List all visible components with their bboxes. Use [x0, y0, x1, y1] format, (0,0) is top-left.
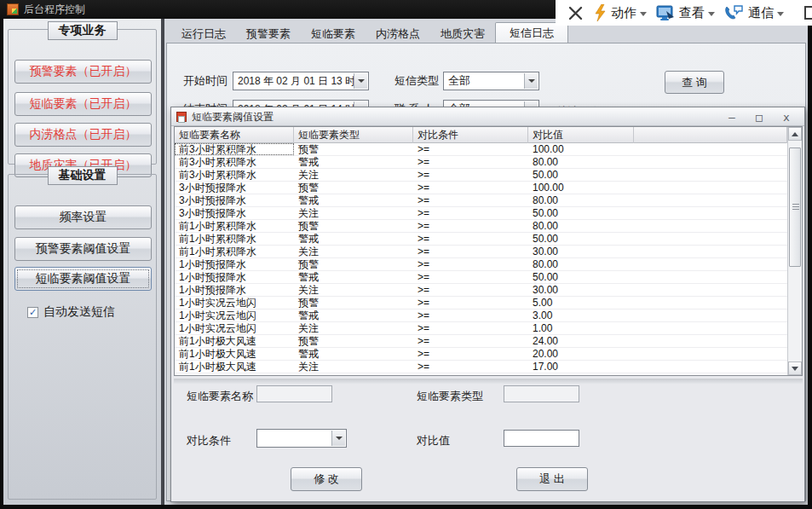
table-row[interactable]: 3小时预报降水预警>=100.00: [175, 182, 787, 194]
table-cell: >=: [413, 246, 528, 257]
table-cell: 警戒: [294, 271, 413, 283]
column-header-3[interactable]: 对比值: [528, 127, 634, 143]
cond-select[interactable]: [256, 429, 347, 448]
table-row[interactable]: 1小时实况云地闪预警>=5.00: [175, 297, 787, 309]
elem-name-input[interactable]: [256, 385, 332, 402]
table-cell: 1小时实况云地闪: [175, 309, 294, 321]
table-row[interactable]: 前3小时累积降水警戒>=80.00: [175, 156, 787, 169]
chevron-down-icon[interactable]: [354, 73, 367, 89]
threshold-table: 短临要素名称短临要素类型对比条件对比值 前3小时累积降水预警>=100.00前3…: [174, 126, 803, 376]
settings-button-2[interactable]: 短临要素阈值设置: [14, 267, 152, 291]
table-cell: 3小时预报降水: [175, 182, 294, 194]
tab-短临要素[interactable]: 短临要素: [301, 26, 366, 43]
query-button[interactable]: 查 询: [665, 71, 724, 94]
table-cell: 警戒: [294, 233, 413, 245]
table-cell: 30.00: [528, 284, 634, 296]
chevron-down-icon[interactable]: [524, 73, 538, 89]
table-row[interactable]: 1小时实况云地闪关注>=1.00: [175, 322, 787, 335]
table-cell: [634, 335, 787, 347]
maximize-button[interactable]: □: [750, 109, 769, 124]
tab-预警要素[interactable]: 预警要素: [236, 26, 301, 43]
table-row[interactable]: 前1小时极大风速警戒>=20.00: [175, 348, 787, 361]
dialog-titlebar[interactable]: 短临要素阈值设置 – □ x: [171, 107, 804, 126]
table-cell: [634, 220, 787, 232]
tab-地质灾害[interactable]: 地质灾害: [430, 26, 495, 43]
table-cell: 3小时预报降水: [175, 207, 294, 219]
chevron-down-icon: [640, 12, 647, 16]
table-cell: 前3小时累积降水: [175, 169, 294, 181]
elem-type-label: 短临要素类型: [417, 389, 483, 404]
start-time-picker[interactable]: 2018 年 02 月 01 日 13 时: [233, 72, 369, 90]
table-cell: >=: [413, 207, 528, 219]
table-cell: [634, 309, 787, 321]
view-menu[interactable]: 查看: [656, 4, 715, 21]
table-cell: >=: [413, 220, 528, 232]
table-row[interactable]: 1小时实况云地闪警戒>=3.00: [175, 309, 787, 322]
vertical-scrollbar[interactable]: [787, 127, 802, 375]
column-header-1[interactable]: 短临要素类型: [294, 127, 413, 143]
table-row[interactable]: 1小时预报降水警戒>=50.00: [175, 271, 787, 284]
table-cell: [634, 143, 787, 155]
auto-sms-checkbox[interactable]: ✓ 自动发送短信: [27, 304, 115, 320]
table-row[interactable]: 前1小时极大风速关注>=17.00: [175, 361, 787, 373]
sidebar-button-0[interactable]: 预警要素（已开启）: [14, 60, 152, 84]
table-cell: 50.00: [528, 233, 634, 245]
table-row[interactable]: 3小时预报降水关注>=50.00: [175, 207, 787, 220]
table-row[interactable]: 1小时预报降水预警>=80.00: [175, 258, 787, 271]
scroll-up-icon[interactable]: [788, 127, 802, 141]
phone-icon: [724, 4, 744, 21]
table-row[interactable]: 前1小时累积降水预警>=80.00: [175, 220, 787, 233]
start-time-value: 2018 年 02 月 01 日 13 时: [238, 75, 355, 87]
close-icon[interactable]: [566, 3, 585, 22]
table-cell: 80.00: [528, 194, 634, 206]
scrollbar-thumb[interactable]: [789, 147, 801, 267]
table-cell: >=: [413, 233, 528, 245]
table-row[interactable]: 前1小时累积降水警戒>=50.00: [175, 233, 787, 246]
table-cell: >=: [413, 284, 528, 296]
tab-运行日志[interactable]: 运行日志: [171, 26, 236, 43]
tab-内涝格点[interactable]: 内涝格点: [366, 26, 430, 43]
scroll-down-icon[interactable]: [788, 362, 802, 375]
table-row[interactable]: 前1小时极大风速预警>=24.00: [175, 335, 787, 348]
modify-button[interactable]: 修 改: [291, 467, 362, 491]
table-cell: >=: [413, 271, 528, 283]
column-header-0[interactable]: 短临要素名称: [175, 127, 294, 143]
cond-label: 对比条件: [187, 433, 231, 448]
column-header-4[interactable]: [634, 127, 787, 143]
table-cell: 5.00: [528, 297, 634, 309]
table-cell: 1小时实况云地闪: [175, 322, 294, 334]
value-input[interactable]: [504, 430, 579, 447]
table-cell: 预警: [294, 258, 413, 270]
table-cell: 前1小时累积降水: [175, 233, 294, 245]
comm-menu[interactable]: 通信: [724, 4, 784, 21]
table-cell: 关注: [294, 361, 413, 373]
table-row[interactable]: 前3小时累积降水关注>=50.00: [175, 169, 787, 182]
elem-type-input[interactable]: [504, 385, 579, 402]
settings-button-0[interactable]: 频率设置: [14, 205, 152, 229]
exit-button[interactable]: 退 出: [516, 467, 588, 491]
table-row[interactable]: 1小时预报降水关注>=30.00: [175, 284, 787, 297]
table-row[interactable]: 3小时预报降水警戒>=80.00: [175, 194, 787, 207]
table-cell: >=: [413, 182, 528, 194]
minimize-button[interactable]: –: [723, 109, 741, 124]
actions-menu[interactable]: 动作: [594, 4, 647, 21]
column-header-2[interactable]: 对比条件: [413, 127, 528, 143]
table-cell: [634, 233, 787, 245]
dialog-close-button[interactable]: x: [777, 109, 796, 124]
checkbox-check-icon: ✓: [27, 307, 38, 318]
clipped-toolbar-icon[interactable]: [804, 6, 812, 20]
chevron-down-icon[interactable]: [331, 431, 345, 446]
sms-type-select[interactable]: 全部: [443, 72, 539, 90]
sms-type-label: 短信类型: [394, 72, 439, 90]
dialog-icon: [176, 112, 187, 122]
table-cell: 80.00: [528, 156, 634, 168]
table-row[interactable]: 前3小时累积降水预警>=100.00: [175, 143, 787, 156]
table-cell: 预警: [294, 335, 413, 347]
settings-button-1[interactable]: 预警要素阈值设置: [14, 237, 152, 261]
table-row[interactable]: 前1小时累积降水关注>=30.00: [175, 246, 787, 258]
table-cell: [634, 361, 787, 373]
sidebar-button-2[interactable]: 内涝格点（已开启）: [14, 123, 152, 147]
table-cell: [634, 348, 787, 360]
sidebar-button-1[interactable]: 短临要素（已开启）: [14, 92, 152, 116]
table-cell: 20.00: [528, 348, 634, 360]
